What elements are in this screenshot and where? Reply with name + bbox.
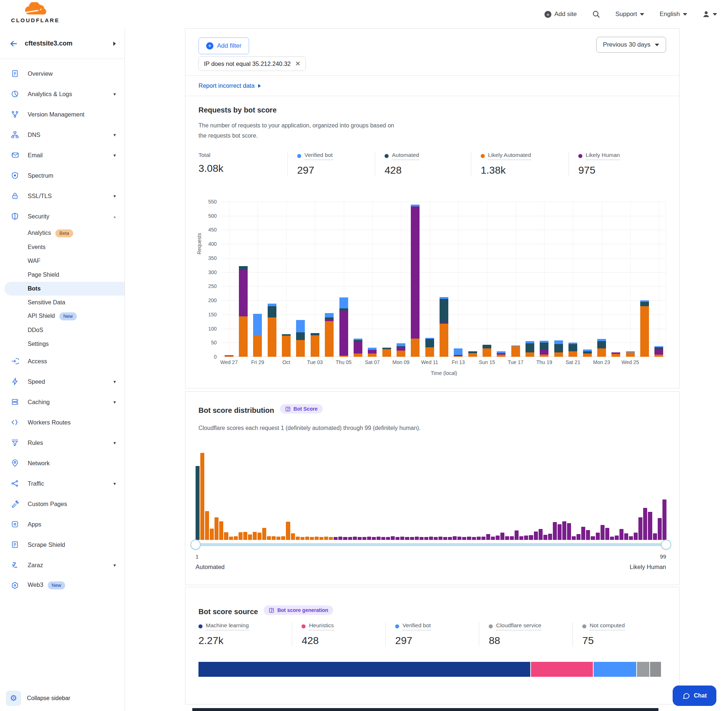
sidebar-item-spectrum[interactable]: Spectrum	[0, 165, 124, 186]
segment-likely-human	[354, 341, 362, 354]
chevron-down-icon	[655, 44, 659, 46]
sidebar-item-sensitive-data[interactable]: Sensitive Data	[0, 296, 124, 310]
score-bar-46	[410, 537, 414, 540]
search-button[interactable]	[592, 10, 600, 18]
support-menu[interactable]: Support	[616, 10, 645, 18]
score-bar-21	[291, 533, 295, 540]
sidebar-item-waf[interactable]: WAF	[0, 254, 124, 268]
score-bar-96	[648, 512, 652, 540]
segment-likely-automated	[540, 355, 548, 357]
collapse-sidebar[interactable]: ⚙ Collapse sidebar	[0, 686, 124, 711]
site-row[interactable]: cftestsite3.com	[0, 28, 124, 59]
score-bar-86	[601, 525, 604, 540]
segment-likely-human	[540, 350, 548, 355]
score-range-slider[interactable]	[196, 543, 666, 546]
sidebar-item-settings[interactable]: Settings	[0, 337, 124, 351]
back-arrow-icon[interactable]	[9, 39, 18, 48]
sidebar-item-api-shield[interactable]: API ShieldNew	[0, 310, 124, 323]
access-icon	[11, 357, 19, 365]
sidebar-item-label: Traffic	[28, 480, 105, 487]
score-bar-6	[219, 521, 223, 540]
sidebar-item-events[interactable]: Events	[0, 240, 124, 254]
stacked-bar-tue-03	[311, 333, 319, 357]
score-bar-37	[367, 537, 371, 540]
sidebar-item-custom-pages[interactable]: Custom Pages	[0, 494, 124, 514]
stat-likely-human: Likely Human975	[569, 152, 660, 176]
remove-filter-icon[interactable]: ✕	[295, 60, 300, 68]
score-bar-63	[491, 537, 495, 540]
x-axis-labels: Wed 27Fri 29OctTue 03Thu 05Sat 07Mon 09W…	[222, 359, 666, 367]
score-bar-62	[486, 534, 490, 540]
segment-likely-automated	[554, 353, 563, 357]
bot-score-generation-doc-badge[interactable]: Bot score generation	[264, 605, 333, 615]
sidebar-item-ssl-tls[interactable]: SSL/TLS▾	[0, 186, 124, 206]
sidebar-item-rules[interactable]: Rules▾	[0, 432, 124, 453]
sidebar-item-bots[interactable]: Bots	[4, 282, 124, 296]
sidebar-item-label: Zaraz	[28, 562, 105, 569]
sidebar-item-overview[interactable]: Overview	[0, 63, 124, 84]
score-bar-43	[396, 537, 400, 540]
sidebar-item-email[interactable]: Email▾	[0, 145, 124, 165]
slider-min-value: 1	[196, 553, 198, 559]
sidebar-item-ddos[interactable]: DDoS	[0, 323, 124, 337]
sidebar-item-label: Events	[28, 244, 116, 251]
score-bar-23	[300, 537, 304, 540]
sidebar-item-speed[interactable]: Speed▾	[0, 371, 124, 392]
sidebar-item-security[interactable]: Security▴	[0, 206, 124, 226]
sidebar-item-workers-routes[interactable]: Workers Routes	[0, 412, 124, 432]
sidebar-item-label: Scrape Shield	[28, 541, 116, 548]
sidebar-item-dns[interactable]: DNS▾	[0, 124, 124, 145]
chevron-down-icon	[683, 13, 687, 16]
sidebar-item-zaraz[interactable]: Zaraz▾	[0, 555, 124, 575]
sidebar-item-scrape-shield[interactable]: Scrape Shield	[0, 534, 124, 555]
stat-value: 2.27k	[198, 635, 292, 646]
account-menu[interactable]	[703, 10, 717, 18]
score-bar-48	[419, 537, 424, 540]
sidebar-item-page-shield[interactable]: Page Shield	[0, 268, 124, 282]
sidebar-item-analytics[interactable]: AnalyticsBeta	[0, 226, 124, 240]
segment-likely-automated	[282, 336, 291, 357]
score-bar-59	[472, 537, 476, 540]
report-incorrect-data-link[interactable]: Report incorrect data	[198, 82, 261, 89]
plus-icon: +	[206, 42, 213, 50]
score-bar-69	[519, 536, 523, 540]
sidebar-item-apps[interactable]: Apps	[0, 514, 124, 534]
stat-label: Machine learning	[206, 622, 249, 631]
segment-verified-bot	[296, 320, 305, 332]
email-icon	[11, 151, 19, 159]
segment-automated	[597, 341, 606, 348]
bot-score-doc-badge[interactable]: Bot Score	[280, 404, 323, 413]
slider-handle-min[interactable]	[190, 540, 201, 550]
sidebar-item-traffic[interactable]: Traffic▾	[0, 473, 124, 494]
segment-likely-automated	[425, 347, 434, 357]
add-site-button[interactable]: + Add site	[545, 10, 576, 18]
language-menu[interactable]: English	[660, 10, 687, 18]
chat-button[interactable]: Chat	[673, 686, 716, 706]
filter-chip[interactable]: IP does not equal 35.212.240.32 ✕	[198, 56, 306, 71]
score-bar-22	[296, 537, 300, 540]
date-range-dropdown[interactable]: Previous 30 days	[596, 37, 666, 53]
sidebar-item-version-management[interactable]: Version Management	[0, 104, 124, 124]
stacked-bar-sat-30	[268, 304, 276, 357]
sidebar-item-label: Apps	[28, 521, 116, 528]
chevron-down-icon: ▾	[113, 152, 116, 158]
sidebar-item-analytics-logs[interactable]: Analytics & Logs▾	[0, 84, 124, 104]
sidebar-item-network[interactable]: Network	[0, 453, 124, 473]
score-bar-13	[253, 532, 257, 540]
add-filter-button[interactable]: + Add filter	[198, 37, 249, 54]
cloudflare-logo[interactable]: CLOUDFLARE	[8, 2, 63, 23]
segment-automated	[425, 339, 434, 347]
sidebar-item-web3[interactable]: Web3New	[0, 575, 124, 596]
score-bar-16	[267, 536, 271, 540]
expand-site-icon[interactable]	[113, 41, 116, 46]
stacked-bar-fri-27	[654, 346, 663, 357]
gear-icon[interactable]: ⚙	[6, 690, 21, 706]
sidebar-item-access[interactable]: Access	[0, 351, 124, 371]
sidebar-item-label: Access	[28, 358, 116, 365]
stacked-bar-mon-02	[296, 320, 305, 357]
filter-bar: + Add filter IP does not equal 35.212.24…	[185, 29, 679, 76]
sidebar-item-caching[interactable]: Caching▾	[0, 392, 124, 412]
sidebar-item-label: Speed	[28, 378, 105, 385]
slider-handle-max[interactable]	[661, 540, 671, 550]
score-bar-5	[214, 517, 219, 540]
